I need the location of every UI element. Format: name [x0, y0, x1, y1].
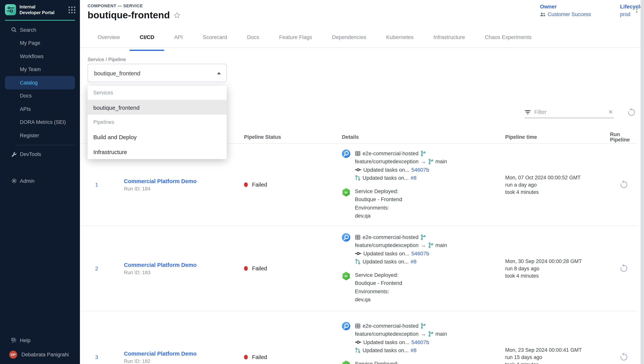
- sidebar-item-search[interactable]: Search: [0, 23, 80, 36]
- avatar: DP: [9, 350, 17, 359]
- sidebar-item-label: Admin: [20, 178, 34, 184]
- tab-infrastructure[interactable]: Infrastructure: [424, 32, 475, 48]
- sidebar-item-apis[interactable]: APIs: [0, 102, 80, 116]
- commit-message: Updated tasks on...: [363, 166, 410, 174]
- sidebar: Internal Developer Portal Search My Page…: [0, 0, 80, 364]
- arrow-right: →: [420, 330, 426, 338]
- rerun-pipeline-icon[interactable]: [618, 264, 628, 274]
- repo-name[interactable]: e2e-commercial-hosted: [362, 322, 418, 330]
- details-cell: e2e-commercial-hosted feature/corruptede…: [334, 233, 498, 304]
- user-menu[interactable]: DP Debabrata Panigrahi: [0, 347, 80, 364]
- pipeline-time-cell: Mon, 07 Oct 2024 00:00:52 GMT run a day …: [505, 174, 607, 196]
- pr-link[interactable]: #8: [410, 174, 416, 182]
- repo-name[interactable]: e2e-commercial-hosted: [362, 149, 418, 158]
- svg-text:∞: ∞: [344, 362, 348, 364]
- pipeline-name-link[interactable]: Commercial Platform Demo: [124, 262, 238, 268]
- run-id: Run ID: 184: [124, 186, 238, 191]
- tab-api[interactable]: API: [164, 32, 193, 48]
- details-cell: e2e-commercial-hosted feature/corruptede…: [334, 149, 498, 220]
- env-label: Environments:: [355, 287, 402, 296]
- sidebar-item-devtools[interactable]: DevTools: [0, 148, 80, 161]
- row-number-link[interactable]: 2: [95, 265, 98, 272]
- env-value: dev,qa: [355, 296, 402, 304]
- page-title: boutique-frontend: [88, 10, 170, 21]
- sidebar-item-workflows[interactable]: Workflows: [0, 50, 80, 63]
- sidebar-item-label: My Team: [20, 67, 41, 72]
- sidebar-item-label: DevTools: [20, 152, 41, 157]
- tab-feature-flags[interactable]: Feature Flags: [269, 32, 322, 48]
- dropdown-option-build-and-deploy[interactable]: Build and Deploy: [88, 129, 227, 144]
- commit-message: Updated tasks on...: [363, 338, 410, 346]
- env-value: dev,qa: [355, 212, 402, 220]
- owner-meta: Owner Customer Success: [540, 4, 591, 17]
- filter-funnel-icon: [525, 110, 531, 114]
- tab-scorecard[interactable]: Scorecard: [193, 32, 237, 48]
- commit-link[interactable]: 54607b: [411, 250, 429, 258]
- sidebar-item-dora-metrics[interactable]: DORA Metrics (SEI): [0, 116, 80, 129]
- vertical-scrollbar[interactable]: [640, 0, 644, 364]
- sidebar-item-my-team[interactable]: My Team: [0, 63, 80, 76]
- git-commit-icon: [355, 168, 362, 172]
- commit-link[interactable]: 54607b: [411, 166, 429, 174]
- failed-status-dot: [244, 266, 248, 271]
- sidebar-item-my-page[interactable]: My Page: [0, 36, 80, 50]
- pipeline-name-link[interactable]: Commercial Platform Demo: [124, 178, 238, 184]
- row-number-link[interactable]: 1: [95, 182, 98, 188]
- entity-meta: Owner Customer Success Lifecycle prod: [540, 4, 643, 17]
- deploy-title: Service Deployed:: [355, 271, 402, 279]
- pr-link[interactable]: #8: [410, 258, 416, 266]
- sidebar-item-register[interactable]: Register: [0, 129, 80, 142]
- col-header-details: Details: [334, 134, 498, 140]
- sidebar-item-label: Catalog: [20, 80, 38, 86]
- row-number-link[interactable]: 3: [95, 354, 98, 360]
- tab-docs[interactable]: Docs: [237, 32, 269, 48]
- failed-status-dot: [244, 182, 248, 187]
- status-text: Failed: [252, 265, 267, 272]
- dropdown-option-boutique-frontend[interactable]: boutique_frontend: [88, 100, 227, 115]
- cd-stage-icon: ∞: [342, 271, 350, 304]
- sidebar-item-docs[interactable]: Docs: [0, 89, 80, 102]
- ci-stage-icon: [342, 233, 350, 266]
- pipeline-runs-table: 1 Commercial Platform Demo Run ID: 184 F…: [82, 144, 637, 364]
- filter-input[interactable]: [534, 109, 605, 115]
- col-header-status: Pipeline Status: [238, 134, 334, 140]
- breadcrumb: COMPONENT — SERVICE: [88, 4, 143, 8]
- sidebar-item-label: My Page: [20, 40, 40, 46]
- refresh-table-icon[interactable]: [626, 108, 636, 118]
- rerun-pipeline-icon[interactable]: [618, 352, 628, 362]
- commit-link[interactable]: 54607b: [411, 338, 429, 346]
- repo-icon: [355, 323, 360, 329]
- owner-link[interactable]: Customer Success: [548, 12, 591, 17]
- tab-cicd[interactable]: CI/CD: [130, 32, 164, 48]
- dropdown-option-infrastructure[interactable]: Infrastructure: [88, 144, 227, 159]
- repo-name[interactable]: e2e-commercial-hosted: [362, 233, 418, 241]
- favorite-star-icon[interactable]: [173, 11, 181, 19]
- table-filter: ✕: [525, 106, 614, 118]
- sidebar-item-catalog[interactable]: Catalog: [5, 76, 75, 89]
- tab-dependencies[interactable]: Dependencies: [322, 32, 376, 48]
- rerun-pipeline-icon[interactable]: [618, 180, 628, 190]
- app-window: Internal Developer Portal Search My Page…: [0, 0, 644, 364]
- git-commit-icon: [355, 340, 362, 344]
- tab-chaos-experiments[interactable]: Chaos Experiments: [475, 32, 542, 48]
- sidebar-item-admin[interactable]: Admin: [0, 174, 80, 188]
- pull-request-icon: [355, 348, 360, 354]
- cd-stage-icon: ∞: [342, 360, 350, 364]
- owner-label: Owner: [540, 4, 591, 10]
- table-row: 2 Commercial Platform Demo Run ID: 183 F…: [82, 226, 637, 311]
- more-options-kebab-icon[interactable]: [633, 6, 640, 15]
- apps-grid-icon[interactable]: [68, 6, 75, 13]
- pipeline-name-link[interactable]: Commercial Platform Demo: [124, 350, 238, 356]
- sidebar-item-label: Workflows: [20, 54, 44, 59]
- help-button[interactable]: ? Help: [0, 334, 80, 347]
- pr-link[interactable]: #8: [410, 346, 416, 355]
- ci-stage-icon: [342, 149, 350, 182]
- pull-request-icon: [355, 259, 360, 265]
- tab-overview[interactable]: Overview: [88, 32, 130, 48]
- clear-filter-icon[interactable]: ✕: [608, 108, 614, 116]
- run-ago: run a day ago: [505, 181, 607, 188]
- pipeline-select[interactable]: boutique_frontend: [88, 64, 227, 82]
- cd-stage-icon: ∞: [342, 187, 350, 220]
- tab-kubernetes[interactable]: Kubernetes: [376, 32, 423, 48]
- sidebar-item-label: APIs: [20, 106, 31, 112]
